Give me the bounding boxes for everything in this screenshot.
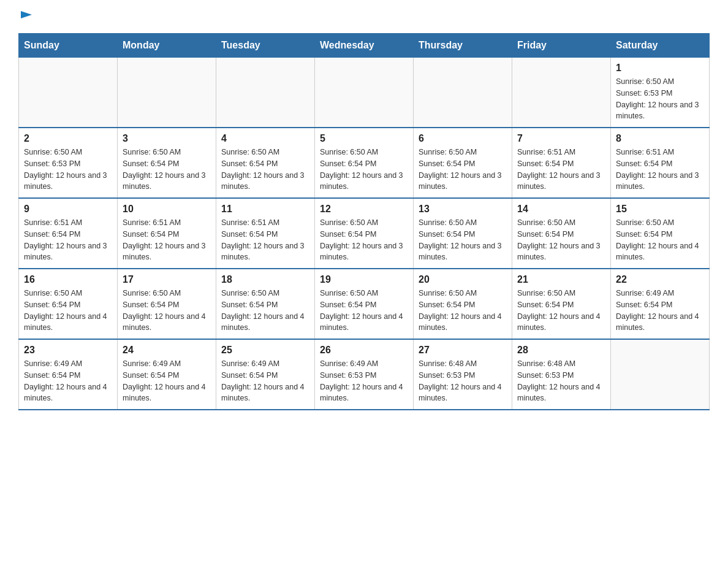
logo bbox=[18, 12, 33, 21]
week-row-2: 2Sunrise: 6:50 AMSunset: 6:53 PMDaylight… bbox=[19, 128, 710, 198]
day-number: 20 bbox=[419, 274, 507, 285]
day-info: Sunrise: 6:50 AMSunset: 6:54 PMDaylight:… bbox=[517, 288, 605, 334]
day-info: Sunrise: 6:49 AMSunset: 6:54 PMDaylight:… bbox=[24, 358, 112, 404]
day-info: Sunrise: 6:51 AMSunset: 6:54 PMDaylight:… bbox=[221, 217, 309, 263]
calendar-cell bbox=[19, 58, 118, 128]
day-of-week-friday: Friday bbox=[512, 34, 611, 58]
day-number: 10 bbox=[123, 204, 211, 215]
calendar-cell bbox=[512, 58, 611, 128]
day-number: 23 bbox=[24, 345, 112, 356]
day-number: 14 bbox=[517, 204, 605, 215]
week-row-4: 16Sunrise: 6:50 AMSunset: 6:54 PMDayligh… bbox=[19, 269, 710, 339]
day-number: 24 bbox=[123, 345, 211, 356]
day-info: Sunrise: 6:49 AMSunset: 6:54 PMDaylight:… bbox=[123, 358, 211, 404]
day-info: Sunrise: 6:50 AMSunset: 6:54 PMDaylight:… bbox=[221, 147, 309, 193]
calendar-cell: 11Sunrise: 6:51 AMSunset: 6:54 PMDayligh… bbox=[216, 198, 315, 269]
day-info: Sunrise: 6:50 AMSunset: 6:53 PMDaylight:… bbox=[24, 147, 112, 193]
day-info: Sunrise: 6:50 AMSunset: 6:54 PMDaylight:… bbox=[123, 288, 211, 334]
day-number: 22 bbox=[616, 274, 704, 285]
day-number: 21 bbox=[517, 274, 605, 285]
day-number: 9 bbox=[24, 204, 112, 215]
day-info: Sunrise: 6:50 AMSunset: 6:54 PMDaylight:… bbox=[24, 288, 112, 334]
week-row-1: 1Sunrise: 6:50 AMSunset: 6:53 PMDaylight… bbox=[19, 58, 710, 128]
day-info: Sunrise: 6:49 AMSunset: 6:54 PMDaylight:… bbox=[616, 288, 704, 334]
svg-marker-0 bbox=[21, 11, 32, 18]
calendar-cell: 27Sunrise: 6:48 AMSunset: 6:53 PMDayligh… bbox=[414, 339, 512, 410]
day-info: Sunrise: 6:48 AMSunset: 6:53 PMDaylight:… bbox=[419, 358, 507, 404]
calendar-cell: 28Sunrise: 6:48 AMSunset: 6:53 PMDayligh… bbox=[512, 339, 611, 410]
calendar-cell: 25Sunrise: 6:49 AMSunset: 6:54 PMDayligh… bbox=[216, 339, 315, 410]
calendar-cell: 20Sunrise: 6:50 AMSunset: 6:54 PMDayligh… bbox=[414, 269, 512, 339]
day-number: 3 bbox=[123, 133, 211, 144]
calendar-cell: 15Sunrise: 6:50 AMSunset: 6:54 PMDayligh… bbox=[611, 198, 710, 269]
calendar-cell: 6Sunrise: 6:50 AMSunset: 6:54 PMDaylight… bbox=[414, 128, 512, 198]
day-info: Sunrise: 6:51 AMSunset: 6:54 PMDaylight:… bbox=[616, 147, 704, 193]
calendar-cell: 26Sunrise: 6:49 AMSunset: 6:53 PMDayligh… bbox=[315, 339, 414, 410]
day-number: 1 bbox=[616, 63, 704, 74]
day-number: 19 bbox=[320, 274, 408, 285]
logo-flag-icon bbox=[20, 10, 33, 23]
week-row-3: 9Sunrise: 6:51 AMSunset: 6:54 PMDaylight… bbox=[19, 198, 710, 269]
calendar-cell: 3Sunrise: 6:50 AMSunset: 6:54 PMDaylight… bbox=[118, 128, 216, 198]
calendar-cell bbox=[315, 58, 414, 128]
calendar-cell: 4Sunrise: 6:50 AMSunset: 6:54 PMDaylight… bbox=[216, 128, 315, 198]
day-number: 5 bbox=[320, 133, 408, 144]
calendar-cell: 19Sunrise: 6:50 AMSunset: 6:54 PMDayligh… bbox=[315, 269, 414, 339]
day-of-week-wednesday: Wednesday bbox=[315, 34, 414, 58]
day-info: Sunrise: 6:51 AMSunset: 6:54 PMDaylight:… bbox=[517, 147, 605, 193]
day-number: 27 bbox=[419, 345, 507, 356]
calendar-cell: 16Sunrise: 6:50 AMSunset: 6:54 PMDayligh… bbox=[19, 269, 118, 339]
day-number: 26 bbox=[320, 345, 408, 356]
day-info: Sunrise: 6:50 AMSunset: 6:54 PMDaylight:… bbox=[419, 217, 507, 263]
day-number: 6 bbox=[419, 133, 507, 144]
day-number: 2 bbox=[24, 133, 112, 144]
day-number: 25 bbox=[221, 345, 309, 356]
day-info: Sunrise: 6:50 AMSunset: 6:54 PMDaylight:… bbox=[616, 217, 704, 263]
calendar-cell: 17Sunrise: 6:50 AMSunset: 6:54 PMDayligh… bbox=[118, 269, 216, 339]
day-number: 7 bbox=[517, 133, 605, 144]
day-number: 15 bbox=[616, 204, 704, 215]
day-of-week-tuesday: Tuesday bbox=[216, 34, 315, 58]
day-info: Sunrise: 6:50 AMSunset: 6:53 PMDaylight:… bbox=[616, 76, 704, 122]
calendar-table: SundayMondayTuesdayWednesdayThursdayFrid… bbox=[18, 33, 710, 410]
calendar-cell: 23Sunrise: 6:49 AMSunset: 6:54 PMDayligh… bbox=[19, 339, 118, 410]
calendar-cell: 14Sunrise: 6:50 AMSunset: 6:54 PMDayligh… bbox=[512, 198, 611, 269]
calendar-cell: 10Sunrise: 6:51 AMSunset: 6:54 PMDayligh… bbox=[118, 198, 216, 269]
day-info: Sunrise: 6:51 AMSunset: 6:54 PMDaylight:… bbox=[24, 217, 112, 263]
calendar-cell bbox=[118, 58, 216, 128]
calendar-cell: 13Sunrise: 6:50 AMSunset: 6:54 PMDayligh… bbox=[414, 198, 512, 269]
day-number: 28 bbox=[517, 345, 605, 356]
calendar-cell: 2Sunrise: 6:50 AMSunset: 6:53 PMDaylight… bbox=[19, 128, 118, 198]
page-header bbox=[18, 12, 710, 21]
calendar-cell: 1Sunrise: 6:50 AMSunset: 6:53 PMDaylight… bbox=[611, 58, 710, 128]
day-info: Sunrise: 6:49 AMSunset: 6:53 PMDaylight:… bbox=[320, 358, 408, 404]
calendar-cell: 21Sunrise: 6:50 AMSunset: 6:54 PMDayligh… bbox=[512, 269, 611, 339]
day-number: 12 bbox=[320, 204, 408, 215]
week-row-5: 23Sunrise: 6:49 AMSunset: 6:54 PMDayligh… bbox=[19, 339, 710, 410]
day-info: Sunrise: 6:50 AMSunset: 6:54 PMDaylight:… bbox=[123, 147, 211, 193]
day-info: Sunrise: 6:50 AMSunset: 6:54 PMDaylight:… bbox=[517, 217, 605, 263]
day-info: Sunrise: 6:50 AMSunset: 6:54 PMDaylight:… bbox=[221, 288, 309, 334]
calendar-cell: 18Sunrise: 6:50 AMSunset: 6:54 PMDayligh… bbox=[216, 269, 315, 339]
day-number: 13 bbox=[419, 204, 507, 215]
calendar-cell: 12Sunrise: 6:50 AMSunset: 6:54 PMDayligh… bbox=[315, 198, 414, 269]
calendar-cell: 9Sunrise: 6:51 AMSunset: 6:54 PMDaylight… bbox=[19, 198, 118, 269]
calendar-cell bbox=[216, 58, 315, 128]
calendar-body: 1Sunrise: 6:50 AMSunset: 6:53 PMDaylight… bbox=[19, 58, 710, 410]
calendar-cell: 7Sunrise: 6:51 AMSunset: 6:54 PMDaylight… bbox=[512, 128, 611, 198]
day-info: Sunrise: 6:49 AMSunset: 6:54 PMDaylight:… bbox=[221, 358, 309, 404]
day-number: 4 bbox=[221, 133, 309, 144]
calendar-cell: 22Sunrise: 6:49 AMSunset: 6:54 PMDayligh… bbox=[611, 269, 710, 339]
calendar-cell: 24Sunrise: 6:49 AMSunset: 6:54 PMDayligh… bbox=[118, 339, 216, 410]
day-info: Sunrise: 6:50 AMSunset: 6:54 PMDaylight:… bbox=[320, 288, 408, 334]
day-of-week-sunday: Sunday bbox=[19, 34, 118, 58]
day-number: 8 bbox=[616, 133, 704, 144]
day-number: 11 bbox=[221, 204, 309, 215]
day-info: Sunrise: 6:50 AMSunset: 6:54 PMDaylight:… bbox=[419, 147, 507, 193]
calendar-cell: 8Sunrise: 6:51 AMSunset: 6:54 PMDaylight… bbox=[611, 128, 710, 198]
day-of-week-monday: Monday bbox=[118, 34, 216, 58]
day-of-week-saturday: Saturday bbox=[611, 34, 710, 58]
calendar-cell: 5Sunrise: 6:50 AMSunset: 6:54 PMDaylight… bbox=[315, 128, 414, 198]
day-info: Sunrise: 6:50 AMSunset: 6:54 PMDaylight:… bbox=[320, 147, 408, 193]
days-of-week-row: SundayMondayTuesdayWednesdayThursdayFrid… bbox=[19, 34, 710, 58]
